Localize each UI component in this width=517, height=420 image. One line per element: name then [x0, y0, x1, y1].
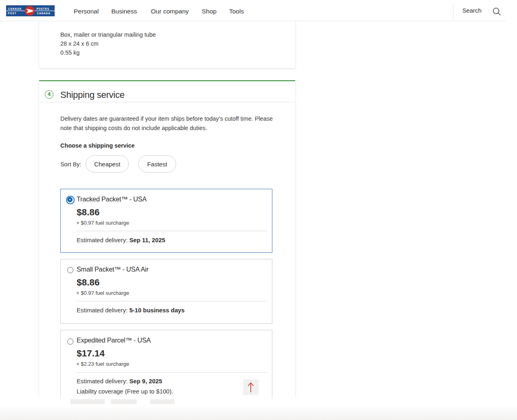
svg-text:POSTES: POSTES [36, 7, 49, 10]
svg-text:POST: POST [8, 12, 16, 15]
svg-text:CANADA: CANADA [37, 12, 50, 15]
svg-text:CANADA: CANADA [8, 7, 22, 10]
